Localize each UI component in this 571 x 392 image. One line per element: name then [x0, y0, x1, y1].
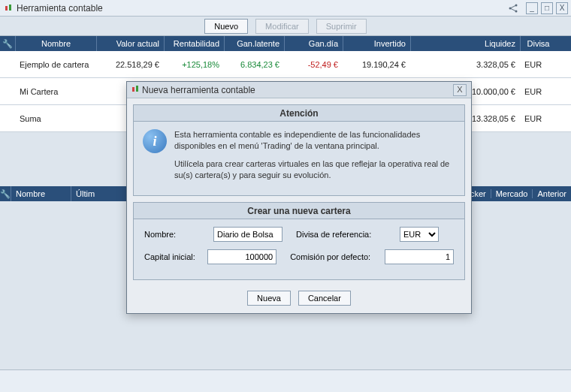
col-rent[interactable]: Rentabilidad	[164, 36, 224, 51]
portfolio-table-header: 🔧 Nombre Valor actual Rentabilidad Gan.l…	[0, 36, 571, 51]
status-bar	[0, 369, 571, 392]
wrench-icon[interactable]: 🔧	[0, 39, 15, 49]
nombre-input[interactable]	[213, 227, 282, 242]
svg-line-4	[510, 8, 516, 11]
col-mercado[interactable]: Mercado	[491, 189, 533, 198]
dialog-close-button[interactable]: X	[453, 84, 467, 96]
attention-panel: Atención i Esta herramienta contable es …	[133, 104, 465, 196]
window-title: Herramienta contable	[17, 3, 508, 14]
create-panel: Crear una nueva cartera Nombre: Divisa d…	[133, 202, 465, 280]
create-header: Crear una nueva cartera	[134, 203, 464, 219]
modificar-button: Modificar	[255, 19, 309, 34]
app-icon	[3, 3, 14, 14]
col-invertido[interactable]: Invertido	[343, 36, 410, 51]
suprimir-button: Suprimir	[316, 19, 367, 34]
capital-label: Capital inicial:	[144, 252, 201, 261]
divisa-select[interactable]: EUR	[400, 227, 439, 242]
col-ultimo[interactable]: Últim	[71, 186, 108, 201]
maximize-button[interactable]: □	[541, 2, 553, 14]
nueva-button[interactable]: Nueva	[247, 291, 291, 306]
capital-input[interactable]	[207, 249, 276, 264]
col-ganlat[interactable]: Gan.latente	[224, 36, 284, 51]
divisa-label: Divisa de referencia:	[296, 230, 394, 239]
window-titlebar: Herramienta contable _ □ X	[0, 0, 571, 17]
cancelar-button[interactable]: Cancelar	[298, 291, 351, 306]
col-nombre[interactable]: Nombre	[15, 36, 96, 51]
dialog-titlebar: Nueva herramienta contable X	[127, 82, 471, 98]
new-portfolio-dialog: Nueva herramienta contable X Atención i …	[126, 81, 472, 314]
comision-label: Comisión por defecto:	[290, 252, 379, 261]
col-liquidez[interactable]: Liquidez	[410, 36, 520, 51]
nuevo-button[interactable]: Nuevo	[204, 19, 248, 34]
table-row[interactable]: Ejemplo de cartera 22.518,29 € +125,18% …	[0, 51, 571, 78]
col-anterior[interactable]: Anterior	[532, 189, 571, 198]
comision-input[interactable]	[385, 249, 454, 264]
col-gandia[interactable]: Gan.día	[284, 36, 343, 51]
nombre-label: Nombre:	[144, 230, 207, 239]
main-toolbar: Nuevo Modificar Suprimir	[0, 17, 571, 36]
app-icon	[131, 83, 139, 97]
dialog-title: Nueva herramienta contable	[142, 85, 453, 95]
svg-line-3	[510, 5, 516, 8]
attention-text: Esta herramienta contable es independien…	[174, 129, 455, 188]
info-icon: i	[143, 129, 167, 153]
share-icon[interactable]	[508, 3, 518, 14]
wrench-icon[interactable]: 🔧	[0, 189, 11, 199]
col-valor[interactable]: Valor actual	[96, 36, 164, 51]
close-button[interactable]: X	[556, 2, 568, 14]
col-divisa[interactable]: Divisa	[520, 36, 556, 51]
attention-header: Atención	[134, 105, 464, 122]
col-nombre2[interactable]: Nombre	[11, 186, 71, 201]
dialog-button-row: Nueva Cancelar	[127, 286, 471, 313]
minimize-button[interactable]: _	[526, 2, 538, 14]
